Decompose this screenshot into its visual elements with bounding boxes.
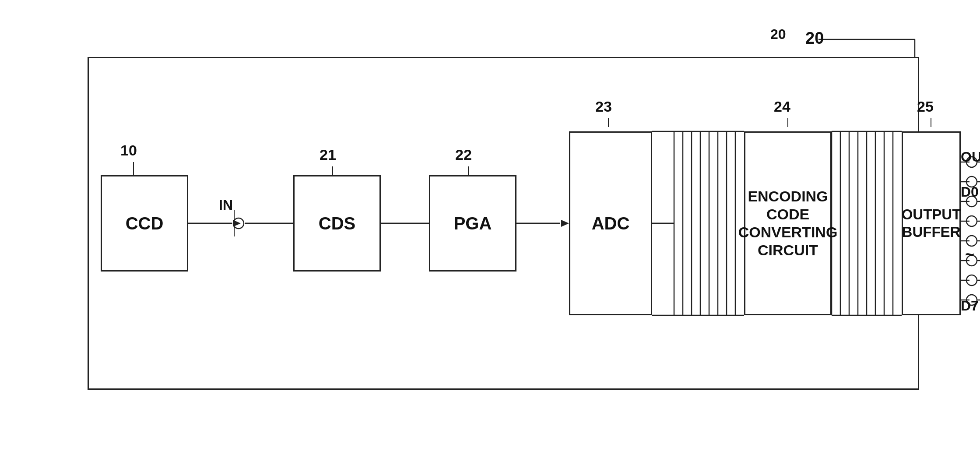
svg-point-57 [966, 236, 977, 246]
encoding-line1: ENCODING [748, 188, 828, 205]
encoding-line4: CIRCUIT [758, 242, 818, 258]
encoding-label: ENCODING CODE CONVERTING CIRCUIT [738, 187, 838, 259]
svg-point-56 [966, 216, 977, 226]
encoding-line2: CODE [766, 206, 809, 222]
diagram-container: 20 20 CCD 10 IN CDS 21 PGA 22 ADC 23 [0, 0, 980, 462]
ccd-label: CCD [126, 213, 164, 234]
cds-block: CDS [293, 175, 381, 272]
ccd-block: CCD [101, 175, 188, 272]
tilde-label: ~ [965, 245, 974, 264]
in-label: IN [219, 197, 233, 213]
adc-block: ADC [569, 131, 652, 315]
d0-label: D0 [961, 184, 979, 200]
output-buffer-block: OUTPUT BUFFER [902, 131, 961, 315]
svg-text:20: 20 [805, 29, 824, 47]
ob-line2: BUFFER [902, 224, 961, 240]
d7-label: D7 [961, 298, 979, 314]
out-label: OUT [961, 149, 980, 165]
pga-label: PGA [454, 213, 492, 234]
encoding-line3: CONVERTING [738, 224, 838, 240]
adc-label: ADC [592, 213, 630, 234]
encoding-block: ENCODING CODE CONVERTING CIRCUIT [744, 131, 832, 315]
ob-line1: OUTPUT [902, 206, 961, 222]
svg-point-59 [966, 275, 977, 286]
cds-label: CDS [319, 213, 355, 234]
pga-block: PGA [429, 175, 516, 272]
ref-20: 20 [770, 26, 786, 42]
svg-text:25: 25 [917, 98, 934, 115]
output-buffer-label: OUTPUT BUFFER [902, 206, 961, 240]
